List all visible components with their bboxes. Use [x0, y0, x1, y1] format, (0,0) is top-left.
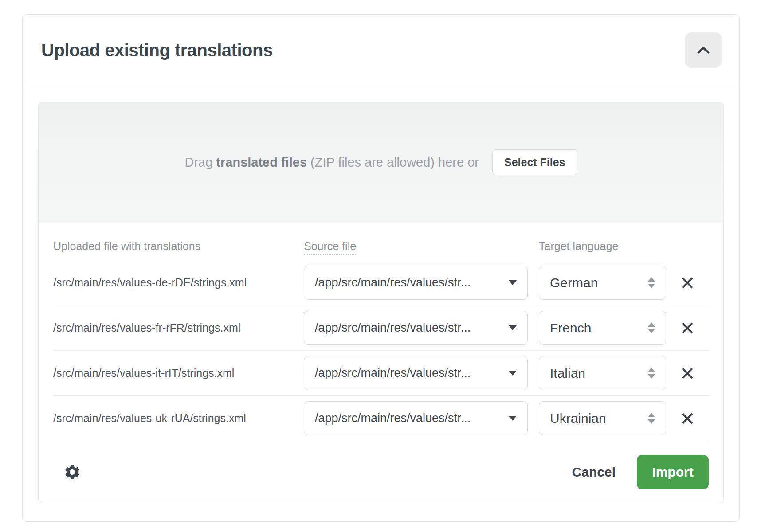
table-row: /src/main/res/values-it-rIT/strings.xml … — [53, 351, 709, 396]
column-header-target-language: Target language — [539, 240, 666, 253]
stepper-icon — [648, 277, 655, 288]
remove-row-button[interactable] — [677, 317, 698, 339]
uploaded-file-path: /src/main/res/values-fr-rFR/strings.xml — [53, 321, 304, 334]
page-title: Upload existing translations — [41, 40, 273, 60]
target-language-select[interactable]: French — [539, 311, 666, 345]
caret-down-icon — [509, 416, 517, 421]
column-header-uploaded-file: Uploaded file with translations — [53, 240, 304, 253]
source-file-select[interactable]: /app/src/main/res/values/str... — [304, 401, 528, 435]
remove-row-button[interactable] — [677, 408, 698, 429]
source-file-select[interactable]: /app/src/main/res/values/str... — [304, 266, 528, 300]
caret-down-icon — [509, 325, 517, 330]
dialog-body: Drag translated files (ZIP files are all… — [23, 86, 739, 522]
dialog-header: Upload existing translations — [23, 15, 739, 86]
table-row: /src/main/res/values-uk-rUA/strings.xml … — [53, 396, 709, 441]
target-language-select[interactable]: Italian — [539, 356, 666, 390]
caret-down-icon — [509, 371, 517, 376]
remove-cell — [666, 272, 709, 293]
stepper-icon — [648, 322, 655, 333]
chevron-up-icon — [697, 46, 710, 54]
remove-cell — [666, 408, 709, 429]
upload-panel: Drag translated files (ZIP files are all… — [38, 102, 724, 503]
uploaded-file-path: /src/main/res/values-de-rDE/strings.xml — [53, 276, 304, 289]
import-settings-button[interactable] — [62, 462, 82, 482]
remove-row-button[interactable] — [677, 272, 698, 293]
files-table: Uploaded file with translations Source f… — [39, 223, 723, 441]
import-button[interactable]: Import — [637, 455, 709, 489]
dropzone-text-bold: translated files — [216, 155, 307, 169]
uploaded-file-path: /src/main/res/values-uk-rUA/strings.xml — [53, 412, 304, 425]
dropzone-text-prefix: Drag — [184, 155, 212, 169]
file-dropzone[interactable]: Drag translated files (ZIP files are all… — [39, 102, 723, 223]
table-row: /src/main/res/values-de-rDE/strings.xml … — [53, 260, 709, 305]
gear-icon — [63, 463, 81, 481]
cancel-button[interactable]: Cancel — [572, 465, 616, 480]
source-file-tooltip-label[interactable]: Source file — [304, 240, 356, 255]
target-language-select-value: German — [550, 275, 598, 290]
target-language-select[interactable]: German — [539, 266, 666, 300]
panel-footer: Cancel Import — [39, 441, 723, 503]
stepper-icon — [648, 368, 655, 379]
stepper-icon — [648, 413, 655, 424]
close-icon — [680, 275, 695, 290]
source-file-select[interactable]: /app/src/main/res/values/str... — [304, 356, 528, 390]
remove-row-button[interactable] — [677, 363, 698, 384]
remove-cell — [666, 317, 709, 339]
upload-translations-dialog: Upload existing translations Drag transl… — [22, 14, 740, 522]
source-file-select[interactable]: /app/src/main/res/values/str... — [304, 311, 528, 345]
target-language-select-value: French — [550, 321, 591, 336]
column-header-source-file: Source file — [304, 240, 528, 253]
target-language-select-value: Ukrainian — [550, 411, 606, 426]
uploaded-file-path: /src/main/res/values-it-rIT/strings.xml — [53, 367, 304, 379]
close-icon — [680, 411, 695, 426]
remove-cell — [666, 363, 709, 384]
dropzone-text: Drag translated files (ZIP files are all… — [184, 155, 479, 170]
table-header-row: Uploaded file with translations Source f… — [53, 223, 709, 260]
target-language-select-value: Italian — [550, 366, 585, 381]
source-file-select-value: /app/src/main/res/values/str... — [315, 366, 471, 380]
close-icon — [680, 321, 695, 336]
source-file-select-value: /app/src/main/res/values/str... — [315, 321, 471, 335]
dropzone-text-suffix: (ZIP files are allowed) here or — [310, 155, 479, 169]
footer-actions: Cancel Import — [572, 455, 709, 489]
caret-down-icon — [509, 280, 517, 285]
collapse-button[interactable] — [685, 32, 722, 68]
source-file-select-value: /app/src/main/res/values/str... — [315, 276, 471, 289]
target-language-select[interactable]: Ukrainian — [539, 401, 666, 435]
source-file-select-value: /app/src/main/res/values/str... — [315, 411, 471, 425]
close-icon — [680, 366, 695, 381]
select-files-button[interactable]: Select Files — [492, 149, 577, 175]
table-row: /src/main/res/values-fr-rFR/strings.xml … — [53, 305, 709, 351]
